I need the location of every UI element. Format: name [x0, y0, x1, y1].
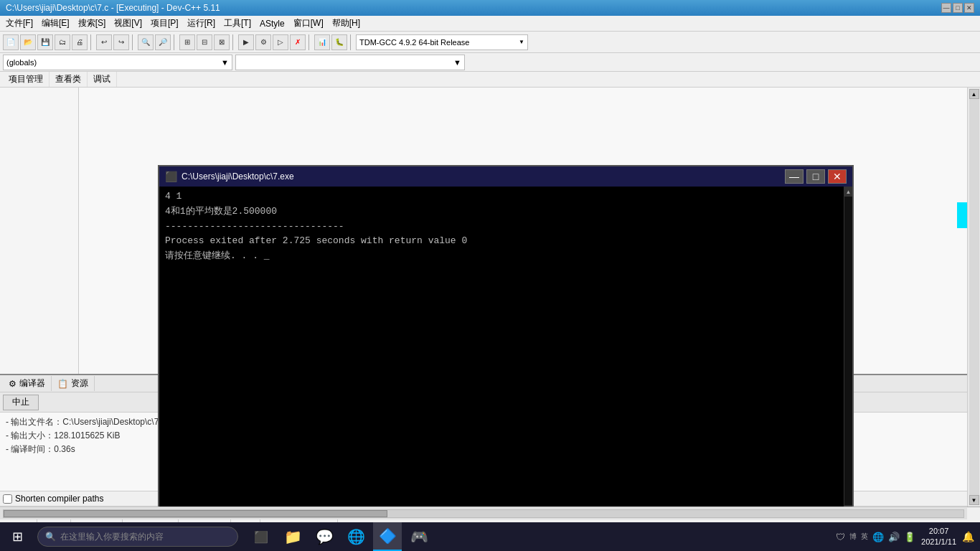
scope-label-1: (globals): [6, 58, 221, 67]
tab-debug[interactable]: 调试: [88, 72, 117, 87]
taskbar-app-chat[interactable]: 💬: [310, 522, 339, 551]
scope-arrow-2: ▼: [453, 58, 461, 67]
h-scrollbar-thumb[interactable]: [4, 510, 387, 517]
undo-button[interactable]: ↩: [96, 34, 112, 50]
terminal-scroll-up[interactable]: ▲: [844, 187, 852, 197]
run-button[interactable]: ▷: [273, 34, 288, 50]
terminal-title: C:\Users\jiaji\Desktop\c\7.exe: [182, 171, 785, 182]
save-button[interactable]: 💾: [37, 34, 53, 50]
terminal-scroll-down[interactable]: ▼: [844, 505, 852, 507]
undo-icon: ↩: [101, 38, 107, 46]
toolbar-sep-3: [174, 34, 176, 50]
menu-search[interactable]: 搜索[S]: [74, 16, 110, 31]
taskbar-app-edge[interactable]: 🌐: [341, 522, 370, 551]
terminal-line-4: Process exited after 2.725 seconds with …: [165, 234, 838, 249]
compiler-dropdown[interactable]: TDM-GCC 4.9.2 64-bit Release ▼: [356, 34, 528, 50]
chart-icon: 📊: [318, 38, 326, 46]
taskbar-app-dev[interactable]: 🔷: [373, 522, 402, 551]
tab-project-mgr[interactable]: 项目管理: [3, 72, 50, 87]
toolbar-sep-4: [232, 34, 235, 50]
new-file-button[interactable]: 📄: [3, 34, 19, 50]
tab-view-class[interactable]: 查看类: [50, 72, 88, 87]
scope-dropdown-2[interactable]: ▼: [235, 55, 465, 70]
editor-scrollbar-thumb[interactable]: [957, 202, 967, 228]
lang-icon: 英: [861, 532, 868, 542]
main-toolbar: 📄 📂 💾 🗂 🖨 ↩ ↪ 🔍 🔎 ⊞ ⊟ ⊠ ▶ ⚙ ▷ ✗ 📊 🐛 TDM-…: [0, 32, 980, 53]
terminal-content: 4 1 4和1的平均数是2.500000 -------------------…: [159, 187, 852, 507]
taskbar-datetime[interactable]: 20:07 2021/1/11: [921, 526, 956, 548]
editor-area: ⬛ C:\Users\jiaji\Desktop\c\7.exe — □ ✕ 4…: [79, 88, 967, 507]
shorten-label: Shorten compiler paths: [15, 494, 103, 504]
h-scrollbar-track[interactable]: [3, 509, 964, 518]
nav-tabs: 项目管理 查看类 调试: [0, 72, 980, 88]
compile-button[interactable]: ⚙: [255, 34, 271, 50]
save-all-icon: 🗂: [59, 38, 66, 46]
menu-help[interactable]: 帮助[H]: [328, 16, 364, 31]
search-placeholder-text: 在这里输入你要搜索的内容: [60, 531, 164, 543]
terminal-scrollbar[interactable]: ▲ ▼: [844, 187, 852, 507]
toolbar-sep-6: [350, 34, 353, 50]
taskbar-apps: ⬛ 📁 💬 🌐 🔷 🎮: [247, 522, 433, 551]
menu-project[interactable]: 项目[P]: [146, 16, 183, 31]
redo-icon: ↪: [118, 38, 124, 46]
tab-compiler[interactable]: ⚙ 编译器: [3, 376, 52, 391]
scroll-up-btn[interactable]: ▲: [969, 89, 979, 99]
tab-resources[interactable]: 📋 资源: [52, 376, 95, 391]
menu-window[interactable]: 窗口[W]: [289, 16, 328, 31]
start-button[interactable]: ⊞: [0, 522, 34, 551]
menu-edit[interactable]: 编辑[E]: [37, 16, 74, 31]
scroll-down-btn[interactable]: ▼: [969, 495, 979, 505]
open-file-button[interactable]: 📂: [20, 34, 36, 50]
outdent-icon: ⊟: [202, 38, 207, 46]
stop-button[interactable]: ✗: [290, 34, 306, 50]
compile-run-button[interactable]: ▶: [238, 34, 254, 50]
search-icon: 🔍: [141, 38, 150, 46]
taskbar: ⊞ 🔍 在这里输入你要搜索的内容 ⬛ 📁 💬 🌐 🔷 🎮 🛡 博 英 🌐 🔊 🔋…: [0, 522, 980, 551]
redo-button[interactable]: ↪: [113, 34, 129, 50]
scroll-track: [969, 99, 979, 495]
replace-button[interactable]: 🔎: [155, 34, 171, 50]
menu-astyle[interactable]: AStyle: [255, 17, 289, 30]
chart-button[interactable]: 📊: [314, 34, 330, 50]
search-button[interactable]: 🔍: [138, 34, 154, 50]
maximize-button[interactable]: □: [953, 3, 963, 13]
toolbar-sep-1: [90, 34, 93, 50]
new-file-icon: 📄: [6, 38, 15, 46]
taskbar-search[interactable]: 🔍 在这里输入你要搜索的内容: [37, 527, 238, 547]
battery-icon: 🔋: [904, 532, 915, 542]
menu-file[interactable]: 文件[F]: [1, 16, 37, 31]
menu-run[interactable]: 运行[R]: [183, 16, 220, 31]
close-button[interactable]: ✕: [964, 3, 974, 13]
menu-view[interactable]: 视图[V]: [110, 16, 146, 31]
taskbar-app-folder[interactable]: 📁: [278, 522, 307, 551]
h-scrollbar[interactable]: [0, 507, 967, 519]
terminal-line-5: 请按任意键继续. . . _: [165, 249, 838, 264]
taskbar-app-taskview[interactable]: ⬛: [247, 522, 275, 551]
notification-btn[interactable]: 🔔: [962, 531, 974, 542]
abort-button[interactable]: 中止: [3, 395, 39, 410]
right-scrollbar[interactable]: ▲ ▼: [967, 88, 980, 507]
terminal-close[interactable]: ✕: [828, 169, 847, 184]
volume-icon: 🔊: [888, 532, 900, 542]
taskbar-time-text: 20:07: [921, 526, 956, 537]
resources-tab-icon: 📋: [57, 379, 68, 389]
indent-button[interactable]: ⊞: [179, 34, 195, 50]
scope-toolbar: (globals) ▼ ▼: [0, 53, 980, 72]
scope-dropdown-1[interactable]: (globals) ▼: [3, 55, 232, 70]
scope-arrow-1: ▼: [221, 58, 229, 67]
menu-tools[interactable]: 工具[T]: [220, 16, 255, 31]
outdent-button[interactable]: ⊟: [197, 34, 212, 50]
terminal-maximize[interactable]: □: [806, 169, 825, 184]
save-all-button[interactable]: 🗂: [55, 34, 70, 50]
debug-button[interactable]: 🐛: [331, 34, 347, 50]
taskbar-app-game[interactable]: 🎮: [405, 522, 433, 551]
compiler-tab-label: 编译器: [19, 377, 45, 390]
print-button[interactable]: 🖨: [72, 34, 88, 50]
shorten-checkbox[interactable]: [3, 494, 12, 504]
terminal-title-bar: ⬛ C:\Users\jiaji\Desktop\c\7.exe — □ ✕: [159, 166, 852, 187]
toggle-comment-button[interactable]: ⊠: [214, 34, 230, 50]
stop-icon: ✗: [295, 38, 301, 46]
shield-icon: 🛡: [836, 532, 845, 542]
terminal-minimize[interactable]: —: [785, 169, 804, 184]
minimize-button[interactable]: —: [941, 3, 951, 13]
